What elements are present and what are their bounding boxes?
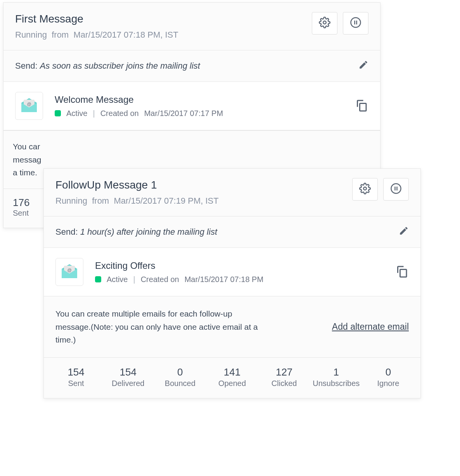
svg-point-0 — [323, 21, 326, 24]
header-actions — [312, 12, 368, 35]
add-alternate-row: You can create multiple emails for each … — [44, 296, 420, 358]
created-date: Mar/15/2017 07:18 PM — [185, 275, 263, 284]
send-condition-row: Send: 1 hour(s) after joining the mailin… — [44, 216, 420, 248]
stat-value: 154 — [104, 366, 152, 378]
created-label: Created on — [100, 109, 139, 118]
campaign-card-followup-1: FollowUp Message 1 Running from Mar/15/2… — [43, 168, 421, 398]
created-date: Mar/15/2017 07:17 PM — [144, 109, 223, 118]
add-alternate-email-link[interactable]: Add alternate email — [332, 322, 409, 332]
stat-value: 141 — [208, 366, 256, 378]
message-status: Active — [107, 275, 128, 284]
send-condition-text: 1 hour(s) after joining the mailing list — [80, 227, 217, 237]
mail-icon: @ — [21, 97, 38, 115]
pause-icon — [390, 183, 402, 196]
stat-value: 0 — [364, 366, 413, 378]
message-thumbnail: @ — [15, 92, 43, 120]
status-dot-active — [95, 276, 101, 282]
svg-point-1 — [351, 17, 361, 27]
stat-label: Sent — [52, 379, 100, 388]
message-info: Exciting Offers Active | Created on Mar/… — [95, 260, 383, 284]
stat-value: 0 — [156, 366, 204, 378]
stat-label: Bounced — [156, 379, 204, 388]
stat-value: 1 — [312, 366, 361, 378]
message-info: Welcome Message Active | Created on Mar/… — [55, 94, 343, 118]
created-label: Created on — [141, 275, 179, 284]
stat-label: Clicked — [260, 379, 309, 388]
gear-icon — [359, 183, 371, 196]
copy-icon — [355, 106, 368, 114]
status-word: Running — [15, 30, 47, 40]
message-name: Exciting Offers — [95, 260, 383, 271]
stat-label: Ignore — [364, 379, 413, 388]
send-label: Send: — [55, 227, 78, 237]
edit-send-button[interactable] — [399, 226, 409, 238]
stat-label: Delivered — [104, 379, 152, 388]
stat-label: Opened — [208, 379, 256, 388]
message-meta: Active | Created on Mar/15/2017 07:17 PM — [55, 109, 343, 118]
send-label: Send: — [15, 61, 38, 71]
message-name: Welcome Message — [55, 94, 343, 105]
running-from-date: Mar/15/2017 07:19 PM, IST — [114, 196, 218, 206]
running-from-date: Mar/15/2017 07:18 PM, IST — [73, 30, 178, 40]
message-status: Active — [66, 109, 87, 118]
stat-bounced: 0 Bounced — [156, 366, 204, 388]
svg-rect-8 — [360, 103, 367, 111]
send-condition-row: Send: As soon as subscriber joins the ma… — [3, 50, 380, 82]
status-dot-active — [55, 110, 61, 116]
mail-icon: @ — [61, 263, 78, 281]
edit-send-button[interactable] — [358, 60, 368, 72]
svg-text:@: @ — [27, 102, 31, 106]
stat-unsubscribes: 1 Unsubscribes — [312, 366, 361, 388]
stats-row: 154 Sent 154 Delivered 0 Bounced 141 Ope… — [44, 358, 420, 398]
duplicate-button[interactable] — [395, 264, 409, 280]
pencil-icon — [399, 228, 409, 238]
settings-button[interactable] — [312, 12, 337, 35]
note-line: You car — [13, 140, 371, 153]
send-condition-text: As soon as subscriber joins the mailing … — [40, 61, 200, 71]
stat-opened: 141 Opened — [208, 366, 256, 388]
message-row: @ Exciting Offers Active | Created on Ma… — [44, 248, 420, 296]
from-word: from — [52, 30, 69, 40]
pause-button[interactable] — [383, 178, 409, 201]
status-word: Running — [55, 196, 87, 206]
svg-point-9 — [363, 187, 367, 190]
pause-button[interactable] — [343, 12, 368, 35]
copy-icon — [395, 272, 409, 280]
duplicate-button[interactable] — [355, 98, 368, 114]
note-line: messag — [13, 153, 371, 166]
stat-sent: 154 Sent — [52, 366, 100, 388]
meta-divider: | — [133, 275, 135, 284]
message-thumbnail: @ — [55, 258, 83, 286]
stat-clicked: 127 Clicked — [260, 366, 309, 388]
svg-text:@: @ — [67, 268, 71, 272]
settings-button[interactable] — [352, 178, 378, 201]
card-header: First Message Running from Mar/15/2017 0… — [3, 3, 380, 50]
stat-delivered: 154 Delivered — [104, 366, 152, 388]
message-meta: Active | Created on Mar/15/2017 07:18 PM — [95, 275, 383, 284]
pencil-icon — [358, 62, 368, 72]
note-text: You can create multiple emails for each … — [55, 307, 265, 346]
meta-divider: | — [93, 109, 95, 118]
svg-rect-17 — [400, 269, 407, 277]
from-word: from — [92, 196, 109, 206]
gear-icon — [319, 17, 330, 30]
card-header: FollowUp Message 1 Running from Mar/15/2… — [44, 169, 420, 216]
pause-icon — [350, 17, 361, 30]
header-actions — [352, 178, 409, 201]
svg-point-10 — [391, 183, 401, 193]
stat-ignore: 0 Ignore — [364, 366, 413, 388]
stat-value: 127 — [260, 366, 309, 378]
stat-value: 154 — [52, 366, 100, 378]
message-row: @ Welcome Message Active | Created on Ma… — [3, 82, 380, 130]
stat-label: Unsubscribes — [312, 379, 361, 388]
